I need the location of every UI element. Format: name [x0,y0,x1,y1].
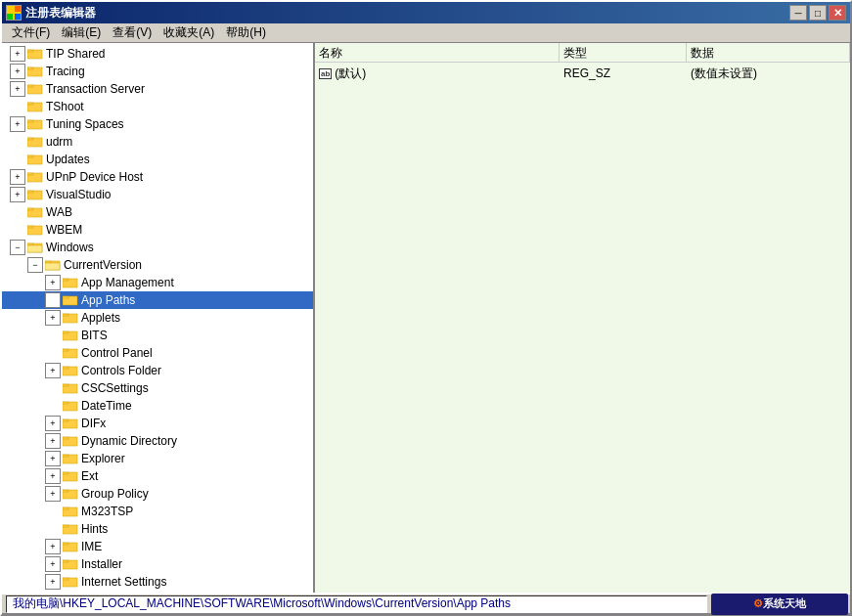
tree-item-upnp-device-host[interactable]: + UPnP Device Host [2,168,313,186]
tree-label: Dynamic Directory [81,434,177,448]
tree-item-udrm[interactable]: udrm [2,133,313,151]
tree-expander[interactable]: + [10,187,25,202]
tree-expander[interactable]: + [10,116,25,132]
svg-rect-7 [27,67,33,69]
title-bar-left: 注册表编辑器 [6,5,96,22]
minimize-button[interactable]: ─ [789,5,807,21]
tree-item-transaction-server[interactable]: + Transaction Server [2,80,313,98]
tree-item-tshoot[interactable]: TShoot [2,98,313,115]
tree-label: M323TSP [81,505,133,518]
folder-icon [63,329,78,342]
folder-icon [63,293,78,307]
reg-name: ab(默认) [319,66,563,82]
tree-item-m323tsp[interactable]: M323TSP [2,503,313,520]
tree-expander[interactable]: + [45,310,61,326]
tree-item-visual-studio[interactable]: + VisualStudio [2,186,313,203]
tree-item-windows[interactable]: − Windows [2,239,313,256]
menu-bar: 文件(F) 编辑(E) 查看(V) 收藏夹(A) 帮助(H) [2,23,850,43]
menu-help[interactable]: 帮助(H) [220,22,272,43]
tree-label: Installer [81,557,122,571]
tree-item-installer[interactable]: + Installer [2,555,313,573]
tree-expander[interactable]: + [45,539,61,554]
tree-expander[interactable]: + [45,486,61,502]
menu-view[interactable]: 查看(V) [107,22,157,43]
svg-rect-51 [63,437,68,439]
tree-expander[interactable]: + [45,433,61,449]
menu-favorites[interactable]: 收藏夹(A) [157,22,220,43]
tree-item-tip-shared[interactable]: + TIP Shared [2,45,313,63]
tree-no-expander [45,521,61,537]
folder-icon [27,65,43,78]
folder-icon [27,82,43,96]
svg-rect-3 [15,14,21,20]
menu-edit[interactable]: 编辑(E) [56,22,107,43]
restore-button[interactable]: □ [809,5,827,21]
tree-label: CurrentVersion [64,258,142,272]
tree-item-control-panel[interactable]: Control Panel [2,344,313,362]
tree-item-date-time[interactable]: DateTime [2,397,313,415]
tree-item-difx[interactable]: + DIFx [2,415,313,432]
svg-rect-5 [27,50,33,52]
tree-item-app-paths[interactable]: + App Paths [2,291,313,309]
tree-label: WBEM [46,223,82,237]
svg-rect-61 [63,525,68,527]
tree-item-bits[interactable]: BITS [2,327,313,344]
status-bar: 我的电脑\HKEY_LOCAL_MACHINE\SOFTWARE\Microso… [2,593,850,614]
tree-expander[interactable]: − [27,257,43,273]
folder-icon [63,557,78,571]
tree-label: VisualStudio [46,188,112,201]
tree-expander[interactable]: + [10,81,25,97]
tree-item-group-policy[interactable]: + Group Policy [2,485,313,503]
tree-item-internet-settings[interactable]: + Internet Settings [2,573,313,591]
tree-expander[interactable]: + [45,468,61,484]
tree-expander[interactable]: + [10,46,25,62]
tree-item-dynamic-directory[interactable]: + Dynamic Directory [2,432,313,450]
tree-no-expander [10,222,25,238]
tree-label: Applets [81,311,120,325]
tree-item-hints[interactable]: Hints [2,520,313,538]
tree-item-ime[interactable]: + IME [2,538,313,555]
tree-scroll[interactable]: + TIP Shared+ Tracing+ Transaction Serve… [2,43,313,593]
folder-icon [63,522,78,536]
tree-expander[interactable]: + [10,64,25,79]
reg-data: (数值未设置) [691,66,846,82]
tree-item-controls-folder[interactable]: + Controls Folder [2,362,313,379]
tree-expander[interactable]: + [45,574,61,590]
svg-rect-2 [7,14,13,20]
svg-rect-67 [63,578,68,580]
tree-expander[interactable]: + [45,363,61,378]
tree-item-app-management[interactable]: + App Management [2,274,313,291]
tree-item-current-version[interactable]: − CurrentVersion [2,256,313,274]
tree-item-explorer[interactable]: + Explorer [2,450,313,467]
svg-rect-45 [63,384,68,386]
tree-no-expander [10,204,25,220]
tree-expander[interactable]: + [10,169,25,185]
tree-item-tuning-spaces[interactable]: + Tuning Spaces [2,115,313,133]
tree-expander[interactable]: − [10,240,25,255]
tree-item-csc-settings[interactable]: CSCSettings [2,379,313,397]
tree-label: DIFx [81,417,106,430]
tree-expander[interactable]: + [45,416,61,431]
tree-expander[interactable]: + [45,275,61,290]
tree-label: Transaction Server [46,82,145,96]
tree-item-wbem[interactable]: WBEM [2,221,313,239]
tree-item-ext[interactable]: + Ext [2,467,313,485]
registry-row[interactable]: ab(默认)REG_SZ(数值未设置) [317,65,848,82]
tree-item-tracing[interactable]: + Tracing [2,63,313,80]
menu-file[interactable]: 文件(F) [6,22,56,43]
watermark-text: 系统天地 [763,596,806,611]
close-button[interactable]: ✕ [829,5,846,21]
right-content: ab(默认)REG_SZ(数值未设置) [315,63,850,593]
tree-expander[interactable]: + [45,451,61,466]
tree-expander[interactable]: + [45,556,61,572]
tree-item-wab[interactable]: WAB [2,203,313,221]
svg-rect-37 [63,314,68,316]
tree-item-applets[interactable]: + Applets [2,309,313,327]
tree-item-int1run[interactable]: Int1Run [2,591,313,593]
folder-icon [63,399,78,413]
tree-expander[interactable]: + [45,292,61,308]
svg-rect-19 [27,173,33,175]
folder-icon [63,505,78,518]
folder-icon [27,117,43,131]
tree-item-updates[interactable]: Updates [2,151,313,168]
